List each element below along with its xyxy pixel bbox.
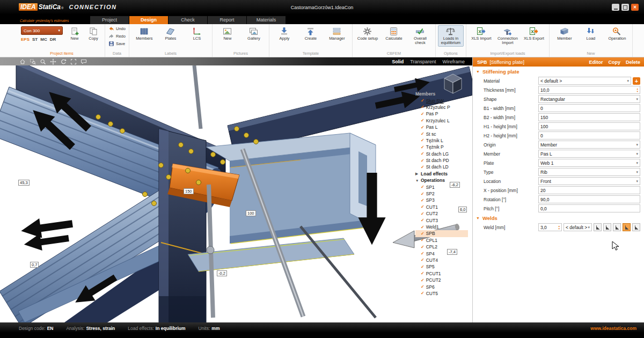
- tree-member-item[interactable]: ✓Tężnik P: [415, 144, 468, 150]
- tree-operation-item[interactable]: ✓CPL1: [415, 237, 468, 244]
- copy-item-button[interactable]: Copy: [84, 25, 103, 42]
- origin-dropdown[interactable]: Member▾: [538, 141, 640, 149]
- pan-icon[interactable]: [50, 58, 56, 65]
- comment-icon[interactable]: [80, 58, 87, 65]
- weld-type-5-button[interactable]: [632, 223, 640, 231]
- member-dropdown[interactable]: Pas L▾: [538, 150, 640, 158]
- b1-width-mm-input[interactable]: 0: [538, 104, 640, 112]
- xls-import-button[interactable]: XXLS Import: [469, 25, 494, 42]
- tree-operation-item[interactable]: ✓CUT5: [415, 290, 468, 297]
- thickness-mm-input[interactable]: 10,0▴▾: [538, 86, 640, 94]
- h1-height-mm-input[interactable]: 100: [538, 122, 640, 130]
- tree-operation-item[interactable]: ✓CUT3: [415, 217, 468, 223]
- create-button[interactable]: Create: [298, 25, 324, 42]
- weld-type-4-button[interactable]: [623, 223, 631, 231]
- fit-icon[interactable]: [70, 58, 77, 65]
- tree-member-item[interactable]: ✓St dach LD: [415, 164, 468, 170]
- tree-section-operations[interactable]: ▼Operations: [415, 177, 468, 183]
- weld-size-input[interactable]: 3,0▴▾: [538, 223, 562, 231]
- mode-dr[interactable]: DR: [50, 37, 56, 42]
- viewport-3d[interactable]: SolidTransparentWireframe: [0, 57, 472, 322]
- rotation-input[interactable]: 90,0: [538, 195, 640, 203]
- shape-dropdown[interactable]: Rectangular▾: [538, 95, 640, 103]
- plate-dropdown[interactable]: Web 1▾: [538, 159, 640, 167]
- mode-eps[interactable]: EPS: [21, 37, 30, 42]
- material-dropdown[interactable]: < default >▾: [538, 77, 631, 85]
- tab-materials[interactable]: Materials: [247, 16, 286, 24]
- tree-member-item[interactable]: ✓St dach PD: [415, 157, 468, 164]
- close-button[interactable]: [631, 4, 639, 11]
- minimize-button[interactable]: [612, 4, 619, 11]
- members-button[interactable]: Members: [131, 25, 157, 42]
- plates-button[interactable]: Plates: [158, 25, 184, 42]
- tree-member-item[interactable]: ✓St sc: [415, 130, 468, 137]
- manager-button[interactable]: Manager: [324, 25, 350, 42]
- gallery-button[interactable]: Gallery: [241, 25, 267, 42]
- tree-operation-item[interactable]: ✓SP1: [415, 183, 468, 190]
- weld-type-3-button[interactable]: [613, 223, 621, 231]
- calculate-button[interactable]: Calculate: [381, 25, 407, 42]
- type-dropdown[interactable]: Rib▾: [538, 168, 640, 176]
- tree-section-members[interactable]: Members: [415, 91, 468, 97]
- section-stiffening-plate[interactable]: ▼Stiffening plate: [473, 67, 644, 76]
- xls-export-button[interactable]: XXLS Export: [521, 25, 547, 42]
- mode-mc[interactable]: MC: [40, 37, 47, 42]
- tree-operation-item[interactable]: ✓PCUT1: [415, 270, 468, 277]
- view-mode-transparent[interactable]: Transparent: [410, 59, 436, 64]
- website-link[interactable]: www.ideastatica.com: [590, 326, 639, 331]
- weld-material-dropdown[interactable]: < default >▾: [564, 223, 592, 231]
- new-item-button[interactable]: New: [65, 25, 84, 42]
- tree-member-item[interactable]: ✓St dach LG: [415, 151, 468, 157]
- editor-action-button[interactable]: Editor: [589, 60, 603, 65]
- tree-member-item[interactable]: ✓Krzyzulec L: [415, 117, 468, 124]
- operation-button[interactable]: Operation: [604, 25, 630, 42]
- lcs-button[interactable]: LCS: [184, 25, 210, 42]
- code-setup-button[interactable]: Code setup: [355, 25, 380, 42]
- view-mode-solid[interactable]: Solid: [392, 59, 404, 64]
- home-icon[interactable]: [19, 58, 26, 65]
- x-position-mm-input[interactable]: 20: [538, 186, 640, 194]
- new-button[interactable]: New: [215, 25, 240, 42]
- tree-operation-item[interactable]: ✓SP5: [415, 263, 468, 270]
- spinner-control[interactable]: ▴▾: [558, 225, 560, 230]
- pitch-input[interactable]: 0,0: [538, 204, 640, 212]
- location-dropdown[interactable]: Front▾: [538, 177, 640, 185]
- tree-member-item[interactable]: ✓Pas L: [415, 124, 468, 130]
- h2-height-mm-input[interactable]: 0: [538, 131, 640, 139]
- apply-button[interactable]: Apply: [272, 25, 297, 42]
- tree-operation-item[interactable]: ✓CPL2: [415, 244, 468, 250]
- tree-operation-item[interactable]: ✓SP6: [415, 283, 468, 290]
- tab-check[interactable]: Check: [169, 16, 207, 24]
- tree-operation-item[interactable]: ✓SP3: [415, 197, 468, 203]
- section-welds[interactable]: ▼Welds: [473, 213, 644, 223]
- tree-member-item[interactable]: ✓Tężnik L: [415, 137, 468, 144]
- tree-operation-item[interactable]: ✓SPB: [415, 230, 468, 237]
- zoom-icon[interactable]: [40, 58, 46, 65]
- spinner-control[interactable]: ▴▾: [636, 87, 638, 93]
- tree-operation-item[interactable]: ✓SP2: [415, 190, 468, 197]
- weld-type-2-button[interactable]: [603, 223, 611, 231]
- rotate-icon[interactable]: [60, 58, 67, 65]
- tree-operation-item[interactable]: ✓SP4: [415, 250, 468, 256]
- loads-in-equilibrium-button[interactable]: Loads in equilibrium: [438, 25, 464, 47]
- b2-width-mm-input[interactable]: 150: [538, 113, 640, 121]
- load-button[interactable]: Load: [578, 25, 604, 42]
- view-mode-wireframe[interactable]: Wireframe: [442, 59, 465, 64]
- overall-check-button[interactable]: Overall check: [407, 25, 433, 47]
- tree-member-item[interactable]: ✓Pas P: [415, 111, 468, 117]
- tree-operation-item[interactable]: ✓CUT4: [415, 257, 468, 263]
- member-column-central[interactable]: [159, 129, 206, 322]
- tab-report[interactable]: Report: [208, 16, 246, 24]
- mode-st[interactable]: ST: [32, 37, 38, 42]
- tab-design[interactable]: Design: [129, 16, 168, 24]
- add-material-button[interactable]: +: [633, 77, 640, 85]
- undo-button[interactable]: Undo: [107, 25, 127, 32]
- zoom-window-icon[interactable]: [30, 58, 36, 65]
- weld-type-1-button[interactable]: [594, 223, 602, 231]
- delete-action-button[interactable]: Delete: [626, 60, 640, 65]
- tree-member-item[interactable]: ✓Słup SW: [415, 97, 468, 104]
- copy-action-button[interactable]: Copy: [608, 60, 620, 65]
- tree-operation-item[interactable]: ✓Weld1: [415, 224, 468, 230]
- maximize-button[interactable]: [621, 4, 629, 11]
- connection-item-select[interactable]: Con 300▾: [21, 26, 63, 35]
